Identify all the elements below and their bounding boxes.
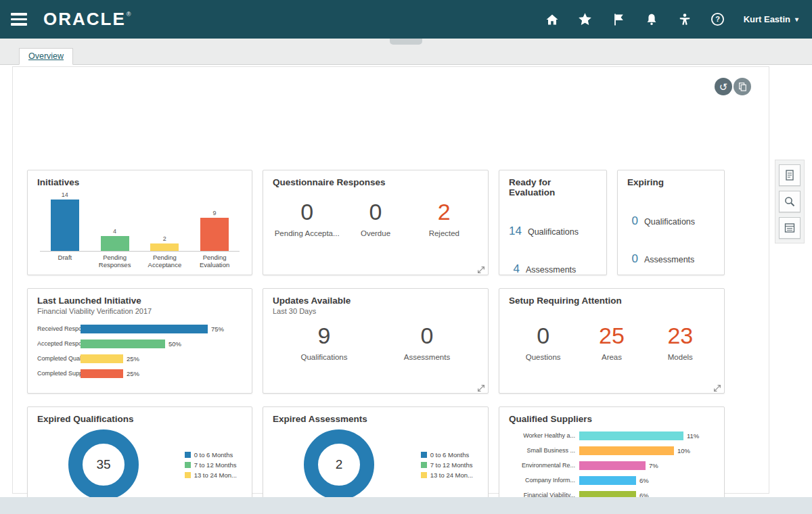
- legend-label: 13 to 24 Mon...: [194, 471, 237, 479]
- metric-label: Overdue: [341, 229, 409, 237]
- flag-icon[interactable]: [611, 12, 626, 27]
- accessibility-icon[interactable]: [677, 12, 692, 27]
- hbar-bar: [81, 340, 165, 348]
- hbar-value-label: 10%: [677, 447, 690, 454]
- bar: [200, 218, 229, 251]
- svg-text:?: ?: [715, 15, 720, 23]
- metric: 0Overdue: [341, 200, 409, 237]
- bar-category-label: Draft: [43, 254, 87, 269]
- card-last-launched-initiative: Last Launched Initiative Financial Viabi…: [27, 288, 252, 394]
- hbar-category-label: Completed Suppli...: [37, 370, 81, 377]
- donut-chart: 350 to 6 Months7 to 12 Months13 to 24 Mo…: [37, 429, 242, 500]
- metric-label: Assessments: [376, 353, 478, 361]
- bar-chart-categories: DraftPendingResponsesPendingAcceptancePe…: [40, 254, 240, 269]
- kpi-value: 0: [627, 214, 638, 228]
- notifications-bell-icon[interactable]: [644, 12, 659, 27]
- refresh-icon[interactable]: ↺: [715, 78, 732, 95]
- card-qualified-suppliers: Qualified Suppliers Worker Healthy a...1…: [499, 406, 725, 512]
- document-icon[interactable]: [779, 164, 800, 186]
- collapse-handle[interactable]: [390, 39, 422, 45]
- main-content: ↺ Initiatives 14429DraftPendingResponses…: [0, 65, 812, 497]
- side-toolbar: [775, 160, 805, 243]
- kpi-row: 0Assessments: [627, 252, 715, 266]
- metric-label: Areas: [577, 353, 646, 361]
- donut-center-value: 35: [96, 457, 110, 472]
- legend-label: 0 to 6 Months: [430, 451, 470, 459]
- legend-label: 13 to 24 Mon...: [430, 471, 473, 479]
- metric-value: 23: [646, 323, 715, 348]
- hbar-category-label: Worker Healthy a...: [509, 432, 579, 439]
- legend-swatch: [421, 472, 427, 478]
- card-expiring: Expiring 0Qualifications0Assessments: [617, 170, 725, 275]
- initiatives-bar-chart: 14429DraftPendingResponsesPendingAccepta…: [37, 191, 242, 269]
- bar-column: 9: [192, 210, 237, 251]
- metric-value: 25: [577, 323, 646, 348]
- legend-item: 0 to 6 Months: [185, 451, 237, 459]
- metric-value: 0: [509, 323, 577, 348]
- menu-icon[interactable]: [11, 10, 28, 28]
- metric-label: Models: [646, 353, 715, 361]
- tab-strip: Overview: [0, 39, 812, 65]
- hbar-value-label: 6%: [639, 477, 649, 484]
- metric: 2Rejected: [410, 200, 478, 237]
- metric-value: 0: [376, 323, 478, 348]
- kpi-row: 0Qualifications: [627, 214, 715, 228]
- app-header: ORACLE® ? Kurt Eastin ▾: [0, 0, 812, 39]
- metric-value: 0: [273, 200, 341, 225]
- legend-swatch: [185, 472, 191, 478]
- hbar-bar: [579, 431, 683, 440]
- favorites-star-icon[interactable]: [578, 12, 593, 27]
- resize-icon[interactable]: [477, 383, 485, 391]
- metric-label: Rejected: [410, 229, 478, 237]
- bar-value-label: 14: [62, 191, 68, 198]
- hbar-row: Worker Healthy a...11%: [509, 428, 715, 443]
- list-icon[interactable]: [779, 217, 800, 239]
- search-icon[interactable]: [779, 191, 800, 212]
- kpi-label: Assessments: [526, 265, 576, 275]
- hbar-value-label: 25%: [127, 370, 139, 377]
- metric-label: Questions: [509, 353, 577, 361]
- legend-swatch: [185, 462, 191, 468]
- user-menu[interactable]: Kurt Eastin ▾: [744, 14, 798, 24]
- hbar-category-label: Small Business ...: [509, 447, 579, 454]
- footer-bar: [0, 497, 812, 514]
- bar-category-label: PendingEvaluation: [192, 254, 237, 269]
- hbar-category-label: Environmental Re...: [509, 462, 579, 469]
- resize-icon[interactable]: [477, 264, 485, 273]
- card-title: Qualified Suppliers: [509, 414, 715, 424]
- hbar-row: Completed Qualifi...25%: [37, 351, 242, 366]
- kpi-row: 4Assessments: [509, 262, 597, 276]
- bar-value-label: 4: [113, 228, 116, 235]
- expired-qualifications-donut: 350 to 6 Months7 to 12 Months13 to 24 Mo…: [37, 429, 242, 500]
- card-subtitle: Last 30 Days: [273, 307, 478, 315]
- help-icon[interactable]: ?: [710, 12, 725, 27]
- hbar-value-label: 50%: [168, 340, 181, 348]
- tab-overview[interactable]: Overview: [19, 48, 73, 65]
- home-icon[interactable]: [545, 12, 560, 27]
- hbar-value-label: 11%: [687, 432, 699, 440]
- legend-label: 7 to 12 Months: [194, 461, 237, 469]
- pages-icon[interactable]: [734, 78, 751, 95]
- bar-category-label: PendingResponses: [93, 254, 137, 269]
- legend-item: 13 to 24 Mon...: [185, 471, 237, 479]
- user-name: Kurt Eastin: [744, 14, 790, 24]
- hbar-category-label: Received Respo...: [37, 325, 81, 332]
- setup-metrics: 0Questions25Areas23Models: [509, 323, 715, 361]
- hbar-bar: [81, 369, 123, 378]
- hbar-category-label: Accepted Respo...: [37, 340, 81, 347]
- hbar-category-label: Completed Qualifi...: [37, 355, 81, 362]
- card-title: Questionnaire Responses: [273, 177, 478, 187]
- metric: 23Models: [646, 323, 715, 361]
- donut-ring: 35: [68, 429, 139, 500]
- legend-item: 13 to 24 Mon...: [421, 471, 473, 479]
- bar: [51, 200, 79, 251]
- hbar-category-label: Company Inform...: [509, 477, 579, 484]
- resize-icon[interactable]: [713, 383, 721, 391]
- hbar-bar: [579, 461, 646, 470]
- ready-kpis: 14Qualifications4Assessments: [509, 225, 597, 276]
- bar-value-label: 9: [213, 210, 217, 216]
- legend-label: 7 to 12 Months: [430, 461, 473, 469]
- brand-text: ORACLE: [43, 9, 126, 30]
- hbar-bar: [579, 476, 636, 485]
- card-setup-requiring-attention: Setup Requiring Attention 0Questions25Ar…: [499, 288, 725, 394]
